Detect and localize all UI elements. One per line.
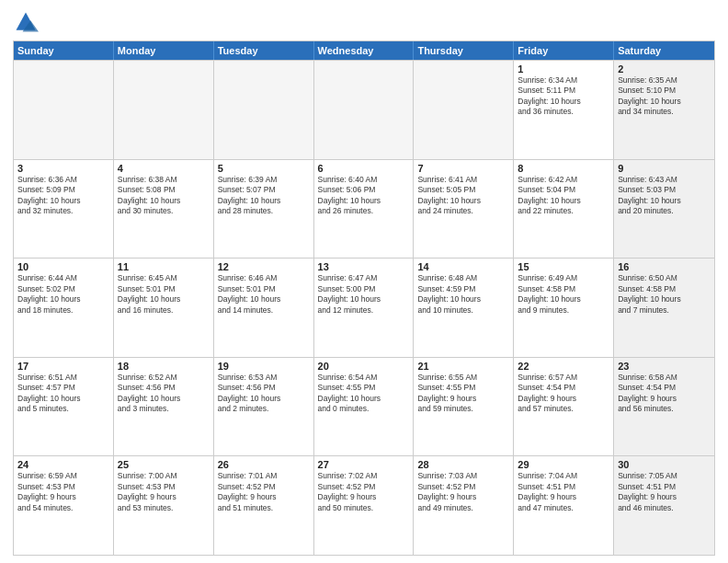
day-number: 2 xyxy=(618,63,711,75)
day-number: 1 xyxy=(518,63,609,75)
day-number: 26 xyxy=(218,459,310,470)
cell-info: Sunrise: 6:53 AMSunset: 4:56 PMDaylight:… xyxy=(218,373,310,415)
calendar-cell-25: 25Sunrise: 7:00 AMSunset: 4:53 PMDayligh… xyxy=(114,456,214,555)
weekday-header-friday: Friday xyxy=(514,41,614,60)
cell-info: Sunrise: 6:40 AMSunset: 5:06 PMDaylight:… xyxy=(318,175,410,217)
calendar-cell-14: 14Sunrise: 6:48 AMSunset: 4:59 PMDayligh… xyxy=(414,259,514,357)
cell-info: Sunrise: 6:54 AMSunset: 4:55 PMDaylight:… xyxy=(318,373,410,415)
calendar-cell-30: 30Sunrise: 7:05 AMSunset: 4:51 PMDayligh… xyxy=(614,456,714,555)
calendar-header: SundayMondayTuesdayWednesdayThursdayFrid… xyxy=(14,41,714,60)
day-number: 17 xyxy=(17,361,109,372)
calendar-cell-13: 13Sunrise: 6:47 AMSunset: 5:00 PMDayligh… xyxy=(314,259,415,357)
weekday-header-saturday: Saturday xyxy=(614,41,714,60)
cell-info: Sunrise: 7:03 AMSunset: 4:52 PMDaylight:… xyxy=(417,471,509,513)
calendar-cell-9: 9Sunrise: 6:43 AMSunset: 5:03 PMDaylight… xyxy=(614,160,714,259)
cell-info: Sunrise: 6:55 AMSunset: 4:55 PMDaylight:… xyxy=(417,373,509,415)
calendar-row-2: 3Sunrise: 6:36 AMSunset: 5:09 PMDaylight… xyxy=(14,159,714,259)
cell-info: Sunrise: 6:34 AMSunset: 5:11 PMDaylight:… xyxy=(518,75,609,118)
day-number: 12 xyxy=(218,261,310,272)
cell-info: Sunrise: 6:58 AMSunset: 4:54 PMDaylight:… xyxy=(618,373,711,415)
cell-info: Sunrise: 6:42 AMSunset: 5:04 PMDaylight:… xyxy=(518,175,609,217)
calendar-cell-4: 4Sunrise: 6:38 AMSunset: 5:08 PMDaylight… xyxy=(114,160,214,259)
day-number: 5 xyxy=(218,163,310,174)
cell-info: Sunrise: 6:35 AMSunset: 5:10 PMDaylight:… xyxy=(618,75,711,118)
day-number: 11 xyxy=(118,261,210,272)
calendar-cell-16: 16Sunrise: 6:50 AMSunset: 4:58 PMDayligh… xyxy=(614,259,714,357)
day-number: 3 xyxy=(17,163,109,174)
calendar-cell-18: 18Sunrise: 6:52 AMSunset: 4:56 PMDayligh… xyxy=(114,358,214,456)
page-container: SundayMondayTuesdayWednesdayThursdayFrid… xyxy=(0,0,728,563)
cell-info: Sunrise: 6:46 AMSunset: 5:01 PMDaylight:… xyxy=(218,273,310,316)
cell-info: Sunrise: 6:50 AMSunset: 4:58 PMDaylight:… xyxy=(618,273,711,316)
calendar-cell-19: 19Sunrise: 6:53 AMSunset: 4:56 PMDayligh… xyxy=(214,358,314,456)
calendar-cell-15: 15Sunrise: 6:49 AMSunset: 4:58 PMDayligh… xyxy=(514,259,614,357)
weekday-header-tuesday: Tuesday xyxy=(214,41,314,60)
weekday-header-thursday: Thursday xyxy=(414,41,514,60)
cell-info: Sunrise: 7:00 AMSunset: 4:53 PMDaylight:… xyxy=(118,471,210,513)
cell-info: Sunrise: 6:52 AMSunset: 4:56 PMDaylight:… xyxy=(118,373,210,415)
header xyxy=(13,9,715,35)
cell-info: Sunrise: 6:57 AMSunset: 4:54 PMDaylight:… xyxy=(518,373,609,415)
calendar-body: 1Sunrise: 6:34 AMSunset: 5:11 PMDaylight… xyxy=(14,60,714,555)
weekday-header-wednesday: Wednesday xyxy=(314,41,415,60)
calendar: SundayMondayTuesdayWednesdayThursdayFrid… xyxy=(13,40,715,556)
cell-info: Sunrise: 7:01 AMSunset: 4:52 PMDaylight:… xyxy=(218,471,310,513)
day-number: 19 xyxy=(218,361,310,372)
calendar-cell-3: 3Sunrise: 6:36 AMSunset: 5:09 PMDaylight… xyxy=(14,160,114,259)
day-number: 30 xyxy=(618,459,711,470)
cell-info: Sunrise: 7:05 AMSunset: 4:51 PMDaylight:… xyxy=(618,471,711,513)
calendar-cell-11: 11Sunrise: 6:45 AMSunset: 5:01 PMDayligh… xyxy=(114,259,214,357)
calendar-cell-29: 29Sunrise: 7:04 AMSunset: 4:51 PMDayligh… xyxy=(514,456,614,555)
calendar-cell-28: 28Sunrise: 7:03 AMSunset: 4:52 PMDayligh… xyxy=(414,456,514,555)
calendar-cell-7: 7Sunrise: 6:41 AMSunset: 5:05 PMDaylight… xyxy=(414,160,514,259)
calendar-cell-2: 2Sunrise: 6:35 AMSunset: 5:10 PMDaylight… xyxy=(614,61,714,159)
calendar-cell-21: 21Sunrise: 6:55 AMSunset: 4:55 PMDayligh… xyxy=(414,358,514,456)
calendar-cell-10: 10Sunrise: 6:44 AMSunset: 5:02 PMDayligh… xyxy=(14,259,114,357)
cell-info: Sunrise: 6:38 AMSunset: 5:08 PMDaylight:… xyxy=(118,175,210,217)
cell-info: Sunrise: 6:36 AMSunset: 5:09 PMDaylight:… xyxy=(17,175,109,217)
calendar-cell-empty-0 xyxy=(14,61,114,159)
calendar-cell-12: 12Sunrise: 6:46 AMSunset: 5:01 PMDayligh… xyxy=(214,259,314,357)
calendar-cell-22: 22Sunrise: 6:57 AMSunset: 4:54 PMDayligh… xyxy=(514,358,614,456)
calendar-cell-empty-4 xyxy=(414,61,514,159)
calendar-row-3: 10Sunrise: 6:44 AMSunset: 5:02 PMDayligh… xyxy=(14,258,714,357)
cell-info: Sunrise: 6:47 AMSunset: 5:00 PMDaylight:… xyxy=(318,273,410,316)
weekday-header-sunday: Sunday xyxy=(14,41,114,60)
day-number: 9 xyxy=(618,163,711,174)
day-number: 15 xyxy=(518,261,609,272)
day-number: 6 xyxy=(318,163,410,174)
calendar-cell-17: 17Sunrise: 6:51 AMSunset: 4:57 PMDayligh… xyxy=(14,358,114,456)
calendar-row-5: 24Sunrise: 6:59 AMSunset: 4:53 PMDayligh… xyxy=(14,455,714,555)
cell-info: Sunrise: 6:44 AMSunset: 5:02 PMDaylight:… xyxy=(17,273,109,316)
day-number: 14 xyxy=(417,261,509,272)
day-number: 13 xyxy=(318,261,410,272)
calendar-cell-5: 5Sunrise: 6:39 AMSunset: 5:07 PMDaylight… xyxy=(214,160,314,259)
cell-info: Sunrise: 6:39 AMSunset: 5:07 PMDaylight:… xyxy=(218,175,310,217)
calendar-cell-empty-3 xyxy=(314,61,415,159)
logo xyxy=(13,9,42,35)
day-number: 24 xyxy=(17,459,109,470)
calendar-cell-empty-1 xyxy=(114,61,214,159)
day-number: 29 xyxy=(518,459,609,470)
calendar-cell-20: 20Sunrise: 6:54 AMSunset: 4:55 PMDayligh… xyxy=(314,358,415,456)
day-number: 20 xyxy=(318,361,410,372)
logo-icon xyxy=(13,9,39,35)
day-number: 21 xyxy=(417,361,509,372)
calendar-cell-24: 24Sunrise: 6:59 AMSunset: 4:53 PMDayligh… xyxy=(14,456,114,555)
cell-info: Sunrise: 6:43 AMSunset: 5:03 PMDaylight:… xyxy=(618,175,711,217)
calendar-cell-6: 6Sunrise: 6:40 AMSunset: 5:06 PMDaylight… xyxy=(314,160,415,259)
calendar-cell-27: 27Sunrise: 7:02 AMSunset: 4:52 PMDayligh… xyxy=(314,456,415,555)
day-number: 25 xyxy=(118,459,210,470)
cell-info: Sunrise: 6:48 AMSunset: 4:59 PMDaylight:… xyxy=(417,273,509,316)
day-number: 27 xyxy=(318,459,410,470)
day-number: 8 xyxy=(518,163,609,174)
calendar-cell-23: 23Sunrise: 6:58 AMSunset: 4:54 PMDayligh… xyxy=(614,358,714,456)
cell-info: Sunrise: 6:51 AMSunset: 4:57 PMDaylight:… xyxy=(17,373,109,415)
calendar-row-4: 17Sunrise: 6:51 AMSunset: 4:57 PMDayligh… xyxy=(14,357,714,456)
calendar-cell-empty-2 xyxy=(214,61,314,159)
calendar-row-1: 1Sunrise: 6:34 AMSunset: 5:11 PMDaylight… xyxy=(14,60,714,159)
cell-info: Sunrise: 6:59 AMSunset: 4:53 PMDaylight:… xyxy=(17,471,109,513)
cell-info: Sunrise: 6:41 AMSunset: 5:05 PMDaylight:… xyxy=(417,175,509,217)
day-number: 28 xyxy=(417,459,509,470)
day-number: 22 xyxy=(518,361,609,372)
